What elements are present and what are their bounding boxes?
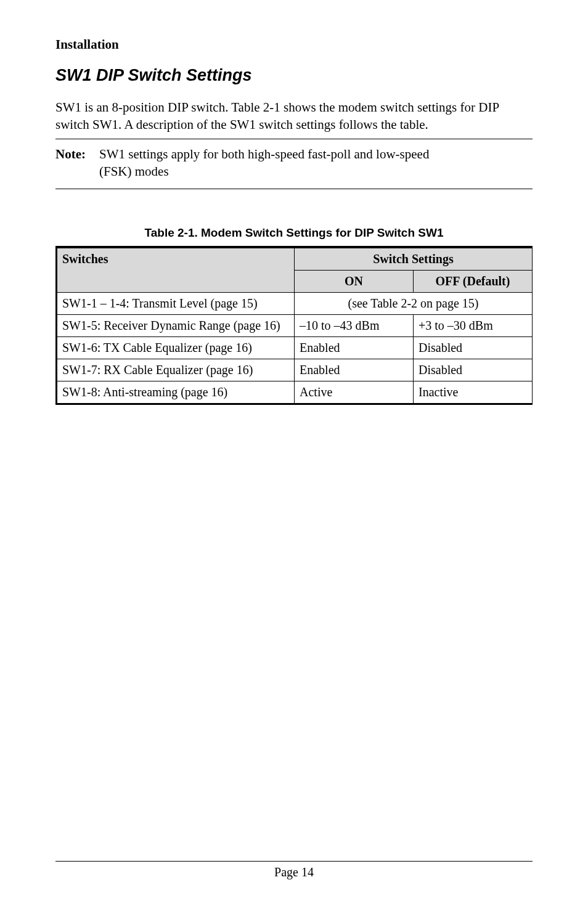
cell-on: Enabled: [295, 359, 414, 381]
cell-on: –10 to –43 dBm: [295, 315, 414, 337]
page-container: Installation SW1 DIP Switch Settings SW1…: [0, 0, 588, 909]
table-row: SW1-5: Receiver Dynamic Range (page 16) …: [57, 315, 533, 337]
note-text: SW1 settings apply for both high-speed f…: [99, 145, 533, 181]
table-row: SW1-6: TX Cable Equalizer (page 16) Enab…: [57, 337, 533, 359]
table-caption: Table 2-1. Modem Switch Settings for DIP…: [55, 226, 533, 240]
cell-on: Active: [295, 381, 414, 404]
th-off: OFF (Default): [414, 271, 533, 293]
section-label: Installation: [55, 37, 533, 52]
cell-switch: SW1-6: TX Cable Equalizer (page 16): [57, 337, 295, 359]
cell-switch: SW1-7: RX Cable Equalizer (page 16): [57, 359, 295, 381]
cell-off: Inactive: [414, 381, 533, 404]
table-row: SW1-7: RX Cable Equalizer (page 16) Enab…: [57, 359, 533, 381]
page-footer: Page 14: [55, 861, 533, 879]
switch-settings-table: Switches Switch Settings ON OFF (Default…: [55, 246, 533, 405]
intro-paragraph: SW1 is an 8-position DIP switch. Table 2…: [55, 99, 533, 134]
cell-switch: SW1-1 – 1-4: Transmit Level (page 15): [57, 293, 295, 315]
cell-switch: SW1-8: Anti-streaming (page 16): [57, 381, 295, 404]
cell-merged: (see Table 2-2 on page 15): [295, 293, 533, 315]
note-block: Note: SW1 settings apply for both high-s…: [55, 139, 533, 190]
table-row: SW1-8: Anti-streaming (page 16) Active I…: [57, 381, 533, 404]
table-head: Switches Switch Settings ON OFF (Default…: [57, 247, 533, 293]
cell-on: Enabled: [295, 337, 414, 359]
cell-off: +3 to –30 dBm: [414, 315, 533, 337]
cell-switch: SW1-5: Receiver Dynamic Range (page 16): [57, 315, 295, 337]
table-row: SW1-1 – 1-4: Transmit Level (page 15) (s…: [57, 293, 533, 315]
note-label: Note:: [55, 145, 86, 181]
th-switch-settings: Switch Settings: [295, 247, 533, 271]
table-body: SW1-1 – 1-4: Transmit Level (page 15) (s…: [57, 293, 533, 404]
th-switches: Switches: [57, 247, 295, 293]
th-on: ON: [295, 271, 414, 293]
cell-off: Disabled: [414, 337, 533, 359]
page-heading: SW1 DIP Switch Settings: [55, 66, 533, 85]
cell-off: Disabled: [414, 359, 533, 381]
